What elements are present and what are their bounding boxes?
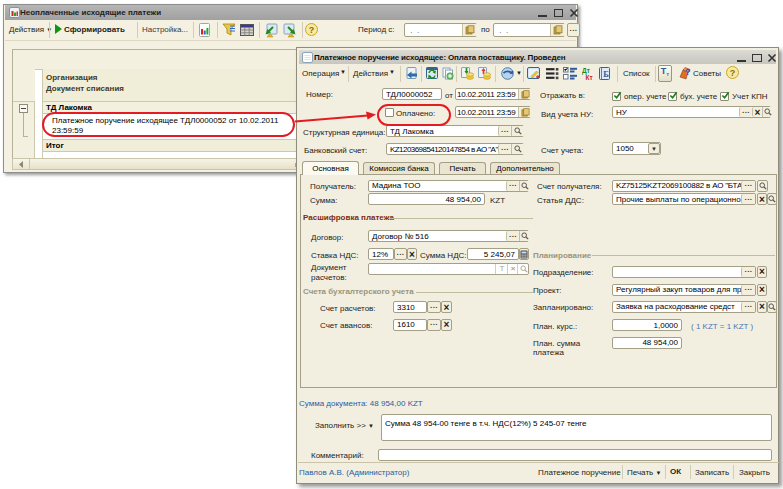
svg-text:?: ? [685,67,691,77]
svg-text:?: ? [309,25,315,35]
svg-text:Б: Б [603,69,609,79]
svg-text:Кт: Кт [586,74,593,80]
svg-text:?: ? [730,68,736,78]
